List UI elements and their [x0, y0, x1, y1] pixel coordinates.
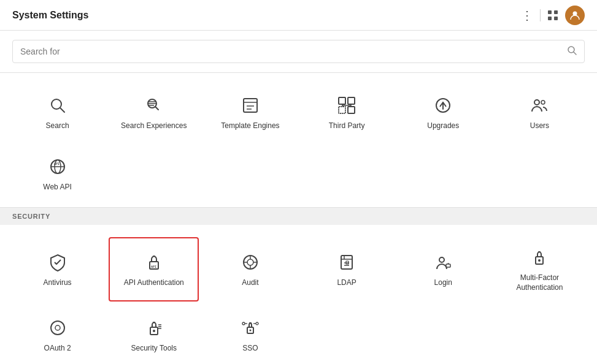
svg-rect-41	[341, 256, 352, 269]
svg-point-47	[439, 257, 444, 262]
svg-point-28	[541, 100, 545, 104]
search-icon	[48, 94, 67, 116]
nav-item-search-experiences[interactable]: Search Experiences	[109, 85, 199, 140]
header-actions: ⋮	[521, 6, 585, 25]
nav-item-users-label: Users	[530, 121, 549, 131]
nav-item-search-label: Search	[46, 121, 69, 131]
svg-point-51	[538, 259, 541, 262]
security-section: Antivirus API API Authentication	[0, 225, 597, 364]
nav-item-users[interactable]: Users	[495, 85, 585, 140]
page-title: System Settings	[12, 10, 88, 21]
nav-item-search[interactable]: Search	[12, 85, 102, 140]
svg-text:API: API	[151, 265, 156, 268]
general-grid: Search Search Experiences	[12, 85, 585, 201]
svg-point-63	[256, 322, 258, 325]
header: System Settings ⋮	[0, 0, 597, 31]
nav-item-mfa-label: Multi-Factor Authentication	[501, 273, 579, 292]
nav-item-web-api[interactable]: API Web API	[12, 146, 102, 202]
nav-item-oauth2[interactable]: OAuth 2	[12, 308, 102, 363]
svg-line-8	[60, 108, 64, 112]
web-api-icon: API	[48, 156, 67, 178]
nav-item-third-party[interactable]: Third Party	[302, 85, 392, 140]
nav-item-antivirus[interactable]: Antivirus	[12, 237, 102, 301]
upgrades-icon	[434, 94, 452, 116]
avatar[interactable]	[565, 6, 585, 25]
nav-item-sso[interactable]: SSO	[205, 308, 295, 363]
more-options-button[interactable]: ⋮	[521, 8, 534, 23]
svg-point-61	[242, 322, 245, 325]
svg-text:API: API	[54, 162, 60, 165]
template-engines-icon	[241, 94, 260, 116]
users-icon	[530, 94, 549, 116]
svg-point-55	[153, 330, 155, 332]
nav-item-search-experiences-label: Search Experiences	[121, 121, 187, 131]
svg-line-6	[574, 52, 576, 55]
svg-rect-20	[348, 107, 355, 113]
svg-rect-19	[348, 97, 355, 104]
svg-rect-3	[554, 17, 558, 20]
main-content: Search Search Experiences	[0, 31, 597, 364]
nav-item-security-tools[interactable]: Security Tools	[109, 308, 199, 363]
svg-point-53	[55, 325, 60, 330]
svg-rect-21	[339, 107, 345, 113]
api-auth-icon: API	[145, 251, 163, 273]
nav-item-security-tools-label: Security Tools	[131, 344, 177, 354]
third-party-icon	[337, 94, 356, 116]
search-bar	[0, 31, 597, 73]
security-tools-icon	[145, 317, 163, 339]
nav-item-upgrades[interactable]: Upgrades	[398, 85, 488, 140]
svg-point-60	[249, 330, 251, 332]
svg-point-27	[534, 100, 539, 105]
sso-icon	[241, 317, 260, 339]
svg-rect-18	[339, 97, 345, 104]
svg-point-36	[247, 259, 253, 265]
svg-line-10	[155, 107, 158, 110]
nav-item-third-party-label: Third Party	[329, 121, 365, 131]
nav-item-antivirus-label: Antivirus	[44, 278, 72, 288]
security-grid: Antivirus API API Authentication	[12, 237, 585, 363]
nav-item-ldap[interactable]: LDAP	[302, 237, 392, 301]
header-divider	[540, 9, 541, 21]
svg-rect-14	[244, 99, 257, 112]
nav-item-audit[interactable]: Audit	[205, 237, 295, 301]
nav-item-upgrades-label: Upgrades	[427, 121, 459, 131]
nav-item-web-api-label: Web API	[43, 183, 71, 192]
grid-icon[interactable]	[547, 9, 559, 21]
nav-item-ldap-label: LDAP	[337, 278, 356, 288]
security-section-header: SECURITY	[0, 208, 597, 225]
search-icon	[567, 45, 577, 58]
nav-item-login[interactable]: Login	[398, 237, 488, 301]
login-icon	[434, 251, 452, 273]
search-input[interactable]	[20, 47, 567, 56]
antivirus-icon	[48, 251, 67, 273]
ldap-icon	[337, 251, 356, 273]
nav-item-sso-label: SSO	[242, 344, 258, 354]
nav-item-api-authentication-label: API Authentication	[124, 278, 184, 288]
search-experiences-icon	[145, 94, 163, 116]
nav-item-audit-label: Audit	[242, 278, 258, 288]
nav-item-template-engines[interactable]: Template Engines	[205, 85, 295, 140]
audit-icon	[241, 251, 260, 273]
svg-rect-48	[446, 264, 450, 267]
general-section: Search Search Experiences	[0, 73, 597, 208]
nav-item-api-authentication[interactable]: API API Authentication	[109, 237, 199, 301]
nav-item-login-label: Login	[434, 278, 452, 288]
svg-rect-0	[548, 10, 552, 14]
svg-rect-2	[548, 17, 552, 20]
nav-item-oauth2-label: OAuth 2	[44, 344, 71, 354]
oauth2-icon	[48, 317, 67, 339]
mfa-icon	[530, 246, 549, 268]
svg-rect-1	[554, 10, 558, 14]
nav-item-template-engines-label: Template Engines	[221, 121, 279, 131]
search-input-wrap[interactable]	[12, 40, 585, 63]
nav-item-mfa[interactable]: Multi-Factor Authentication	[495, 237, 585, 301]
svg-point-52	[51, 321, 64, 335]
